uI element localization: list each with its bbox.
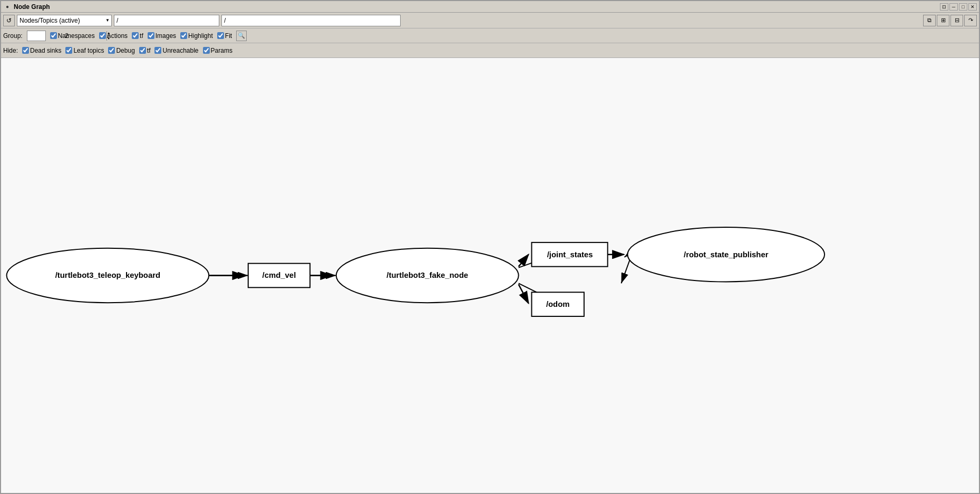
dead-sinks-label: Dead sinks [30,47,61,54]
copy-button-3[interactable]: ⊟ [950,15,963,26]
svg-line-5 [519,284,529,303]
leaf-topics-checkbox-label[interactable]: Leaf topics [65,47,104,54]
fit-checkbox[interactable] [217,32,224,39]
rotate-button[interactable]: ↷ [964,15,977,26]
hide-tf-checkbox[interactable] [139,47,146,54]
hide-tf-checkbox-label[interactable]: tf [139,47,151,54]
refresh-button[interactable]: ↺ [3,15,15,26]
filter-input-2[interactable] [221,15,401,26]
params-label: Params [211,47,232,54]
highlight-label: Highlight [188,32,213,40]
options-toolbar: Group: ▲ ▼ Namespaces Actions tf Images … [1,28,979,43]
copy-button-1[interactable]: ⧉ [923,15,936,26]
graph-canvas[interactable]: /turtlebot3_teleop_keyboard /cmd_vel /tu… [1,58,979,493]
window-title: Node Graph [14,3,940,11]
debug-checkbox-label[interactable]: Debug [108,47,134,54]
params-checkbox-label[interactable]: Params [203,47,232,54]
unreachable-checkbox[interactable] [154,47,161,54]
search-icon[interactable]: 🔍 [236,31,247,41]
leaf-topics-label: Leaf topics [73,47,104,54]
images-label: Images [156,32,176,40]
actions-checkbox-label[interactable]: Actions [99,32,128,40]
group-spinbox[interactable]: ▲ ▼ [27,31,46,41]
svg-line-4 [519,255,529,267]
minimize-button[interactable]: ─ [949,3,958,11]
fit-checkbox-label[interactable]: Fit [217,32,232,40]
debug-label: Debug [116,47,134,54]
tf-label: tf [140,32,143,40]
fit-label: Fit [225,32,232,40]
restore-button[interactable]: ⊡ [940,3,948,11]
titlebar: ● Node Graph ⊡ ─ □ ✕ [1,1,979,13]
main-window: ● Node Graph ⊡ ─ □ ✕ ↺ Nodes/Topics (act… [0,0,980,494]
unreachable-checkbox-label[interactable]: Unreachable [154,47,198,54]
group-label: Group: [3,32,23,40]
hide-tf-label: tf [147,47,151,54]
debug-checkbox[interactable] [108,47,115,54]
images-checkbox[interactable] [148,32,154,39]
toolbar-right-buttons: ⧉ ⊞ ⊟ ↷ [923,15,977,26]
filter-input-1[interactable] [114,15,219,26]
highlight-checkbox-label[interactable]: Highlight [180,32,213,40]
namespaces-checkbox-label[interactable]: Namespaces [50,32,95,40]
view-mode-select[interactable]: Nodes/Topics (active) Nodes only Topics … [17,15,112,26]
titlebar-buttons: ⊡ ─ □ ✕ [940,3,977,11]
images-checkbox-label[interactable]: Images [148,32,176,40]
tf-checkbox-label[interactable]: tf [132,32,143,40]
maximize-button[interactable]: □ [959,3,967,11]
dead-sinks-checkbox[interactable] [22,47,29,54]
tf-checkbox[interactable] [132,32,139,39]
unreachable-label: Unreachable [162,47,198,54]
window-icon: ● [3,3,12,11]
leaf-topics-checkbox[interactable] [65,47,72,54]
view-mode-select-wrapper: Nodes/Topics (active) Nodes only Topics … [17,15,112,26]
actions-label: Actions [107,32,128,40]
hide-label: Hide: [3,47,18,54]
main-toolbar: ↺ Nodes/Topics (active) Nodes only Topic… [1,13,979,28]
hide-toolbar: Hide: Dead sinks Leaf topics Debug tf Un… [1,43,979,58]
params-checkbox[interactable] [203,47,210,54]
namespaces-checkbox[interactable] [50,32,57,39]
dead-sinks-checkbox-label[interactable]: Dead sinks [22,47,61,54]
graph-edges-overlay [1,58,979,493]
close-button[interactable]: ✕ [968,3,977,11]
namespaces-label: Namespaces [58,32,95,40]
copy-button-2[interactable]: ⊞ [937,15,949,26]
highlight-checkbox[interactable] [180,32,187,39]
actions-checkbox[interactable] [99,32,106,39]
